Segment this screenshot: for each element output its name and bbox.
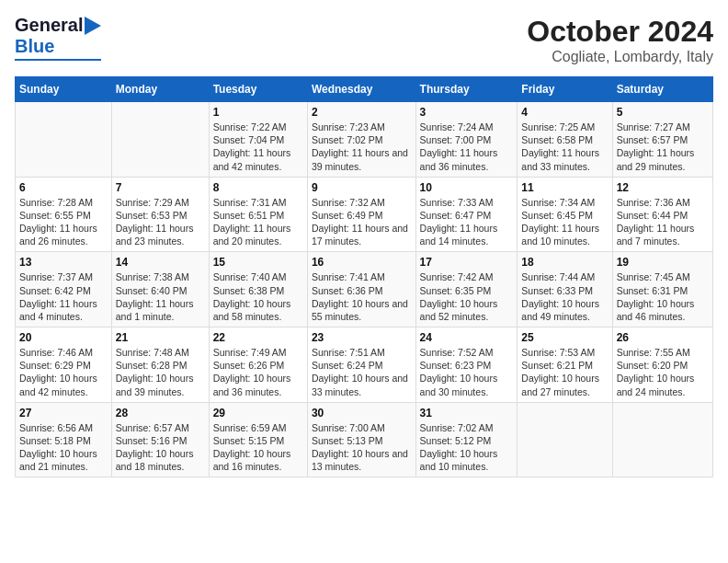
logo: General Blue	[15, 15, 101, 61]
list-item: 27Sunrise: 6:56 AM Sunset: 5:18 PM Dayli…	[16, 402, 112, 477]
list-item: 26Sunrise: 7:55 AM Sunset: 6:20 PM Dayli…	[612, 327, 712, 403]
day-number: 21	[116, 331, 205, 344]
day-number: 20	[19, 331, 108, 344]
table-row: 13Sunrise: 7:37 AM Sunset: 6:42 PM Dayli…	[16, 252, 713, 327]
list-item: 24Sunrise: 7:52 AM Sunset: 6:23 PM Dayli…	[415, 327, 518, 403]
day-info: Sunrise: 7:41 AM Sunset: 6:36 PM Dayligh…	[312, 270, 412, 323]
logo-general-text: General	[15, 15, 83, 36]
col-wednesday: Wednesday	[307, 77, 415, 102]
title-block: October 2024 Cogliate, Lombardy, Italy	[527, 15, 713, 65]
day-info: Sunrise: 7:40 AM Sunset: 6:38 PM Dayligh…	[213, 270, 303, 323]
list-item: 8Sunrise: 7:31 AM Sunset: 6:51 PM Daylig…	[209, 177, 307, 252]
list-item: 5Sunrise: 7:27 AM Sunset: 6:57 PM Daylig…	[612, 102, 712, 178]
day-info: Sunrise: 7:22 AM Sunset: 7:04 PM Dayligh…	[213, 121, 303, 173]
page-header: General Blue October 2024 Cogliate, Lomb…	[15, 15, 713, 65]
calendar-title: October 2024	[527, 15, 713, 49]
list-item: 17Sunrise: 7:42 AM Sunset: 6:35 PM Dayli…	[415, 252, 518, 327]
col-monday: Monday	[111, 77, 209, 102]
day-number: 19	[617, 256, 709, 269]
day-info: Sunrise: 7:32 AM Sunset: 6:49 PM Dayligh…	[312, 196, 412, 248]
day-info: Sunrise: 7:02 AM Sunset: 5:12 PM Dayligh…	[420, 421, 514, 474]
day-number: 28	[116, 407, 205, 419]
day-info: Sunrise: 6:56 AM Sunset: 5:18 PM Dayligh…	[19, 421, 108, 474]
calendar-subtitle: Cogliate, Lombardy, Italy	[527, 49, 713, 65]
list-item: 10Sunrise: 7:33 AM Sunset: 6:47 PM Dayli…	[415, 177, 518, 252]
col-thursday: Thursday	[415, 77, 518, 102]
day-number: 8	[213, 181, 303, 194]
day-info: Sunrise: 7:31 AM Sunset: 6:51 PM Dayligh…	[213, 196, 303, 248]
day-number: 4	[521, 106, 608, 119]
day-info: Sunrise: 7:24 AM Sunset: 7:00 PM Dayligh…	[420, 121, 514, 173]
list-item: 31Sunrise: 7:02 AM Sunset: 5:12 PM Dayli…	[415, 402, 518, 477]
day-info: Sunrise: 7:38 AM Sunset: 6:40 PM Dayligh…	[116, 270, 205, 323]
list-item: 28Sunrise: 6:57 AM Sunset: 5:16 PM Dayli…	[111, 402, 209, 477]
day-number: 16	[312, 256, 412, 269]
list-item: 15Sunrise: 7:40 AM Sunset: 6:38 PM Dayli…	[209, 252, 307, 327]
table-row: 6Sunrise: 7:28 AM Sunset: 6:55 PM Daylig…	[16, 177, 713, 252]
day-info: Sunrise: 7:29 AM Sunset: 6:53 PM Dayligh…	[116, 196, 205, 248]
day-info: Sunrise: 7:55 AM Sunset: 6:20 PM Dayligh…	[617, 346, 709, 398]
day-info: Sunrise: 7:45 AM Sunset: 6:31 PM Dayligh…	[617, 270, 709, 323]
list-item	[111, 102, 209, 178]
calendar-table: Sunday Monday Tuesday Wednesday Thursday…	[15, 76, 713, 477]
day-number: 12	[617, 181, 709, 194]
list-item: 6Sunrise: 7:28 AM Sunset: 6:55 PM Daylig…	[16, 177, 112, 252]
day-number: 22	[213, 331, 303, 344]
day-number: 3	[420, 106, 514, 119]
day-info: Sunrise: 7:46 AM Sunset: 6:29 PM Dayligh…	[19, 346, 108, 398]
day-number: 2	[312, 106, 412, 119]
list-item	[612, 402, 712, 477]
list-item: 23Sunrise: 7:51 AM Sunset: 6:24 PM Dayli…	[307, 327, 415, 403]
table-row: 20Sunrise: 7:46 AM Sunset: 6:29 PM Dayli…	[16, 327, 713, 403]
logo-arrow-icon	[85, 17, 101, 35]
list-item: 22Sunrise: 7:49 AM Sunset: 6:26 PM Dayli…	[209, 327, 307, 403]
day-info: Sunrise: 7:33 AM Sunset: 6:47 PM Dayligh…	[420, 196, 514, 248]
list-item: 20Sunrise: 7:46 AM Sunset: 6:29 PM Dayli…	[16, 327, 112, 403]
day-number: 25	[521, 331, 608, 344]
table-row: 1Sunrise: 7:22 AM Sunset: 7:04 PM Daylig…	[16, 102, 713, 178]
list-item: 21Sunrise: 7:48 AM Sunset: 6:28 PM Dayli…	[111, 327, 209, 403]
day-number: 5	[617, 106, 709, 119]
day-number: 23	[312, 331, 412, 344]
list-item: 13Sunrise: 7:37 AM Sunset: 6:42 PM Dayli…	[16, 252, 112, 327]
day-number: 24	[420, 331, 514, 344]
list-item: 7Sunrise: 7:29 AM Sunset: 6:53 PM Daylig…	[111, 177, 209, 252]
list-item: 30Sunrise: 7:00 AM Sunset: 5:13 PM Dayli…	[307, 402, 415, 477]
day-number: 6	[19, 181, 108, 194]
day-info: Sunrise: 6:57 AM Sunset: 5:16 PM Dayligh…	[116, 421, 205, 474]
day-number: 17	[420, 256, 514, 269]
day-info: Sunrise: 7:23 AM Sunset: 7:02 PM Dayligh…	[312, 121, 412, 173]
list-item: 29Sunrise: 6:59 AM Sunset: 5:15 PM Dayli…	[209, 402, 307, 477]
day-number: 1	[213, 106, 303, 119]
list-item	[518, 402, 612, 477]
col-friday: Friday	[518, 77, 612, 102]
day-number: 15	[213, 256, 303, 269]
day-info: Sunrise: 7:28 AM Sunset: 6:55 PM Dayligh…	[19, 196, 108, 248]
day-number: 29	[213, 407, 303, 419]
list-item: 1Sunrise: 7:22 AM Sunset: 7:04 PM Daylig…	[209, 102, 307, 178]
logo-underline	[15, 59, 101, 61]
day-info: Sunrise: 6:59 AM Sunset: 5:15 PM Dayligh…	[213, 421, 303, 474]
svg-marker-0	[85, 17, 101, 35]
day-info: Sunrise: 7:36 AM Sunset: 6:44 PM Dayligh…	[617, 196, 709, 248]
day-number: 14	[116, 256, 205, 269]
list-item: 18Sunrise: 7:44 AM Sunset: 6:33 PM Dayli…	[518, 252, 612, 327]
day-number: 30	[312, 407, 412, 419]
col-sunday: Sunday	[16, 77, 112, 102]
day-info: Sunrise: 7:27 AM Sunset: 6:57 PM Dayligh…	[617, 121, 709, 173]
day-info: Sunrise: 7:51 AM Sunset: 6:24 PM Dayligh…	[312, 346, 412, 398]
list-item	[16, 102, 112, 178]
col-saturday: Saturday	[612, 77, 712, 102]
day-info: Sunrise: 7:52 AM Sunset: 6:23 PM Dayligh…	[420, 346, 514, 398]
day-info: Sunrise: 7:42 AM Sunset: 6:35 PM Dayligh…	[420, 270, 514, 323]
day-info: Sunrise: 7:37 AM Sunset: 6:42 PM Dayligh…	[19, 270, 108, 323]
day-info: Sunrise: 7:00 AM Sunset: 5:13 PM Dayligh…	[312, 421, 412, 474]
day-number: 13	[19, 256, 108, 269]
day-number: 10	[420, 181, 514, 194]
list-item: 16Sunrise: 7:41 AM Sunset: 6:36 PM Dayli…	[307, 252, 415, 327]
day-number: 7	[116, 181, 205, 194]
list-item: 11Sunrise: 7:34 AM Sunset: 6:45 PM Dayli…	[518, 177, 612, 252]
day-info: Sunrise: 7:34 AM Sunset: 6:45 PM Dayligh…	[521, 196, 608, 248]
day-info: Sunrise: 7:49 AM Sunset: 6:26 PM Dayligh…	[213, 346, 303, 398]
header-row: Sunday Monday Tuesday Wednesday Thursday…	[16, 77, 713, 102]
